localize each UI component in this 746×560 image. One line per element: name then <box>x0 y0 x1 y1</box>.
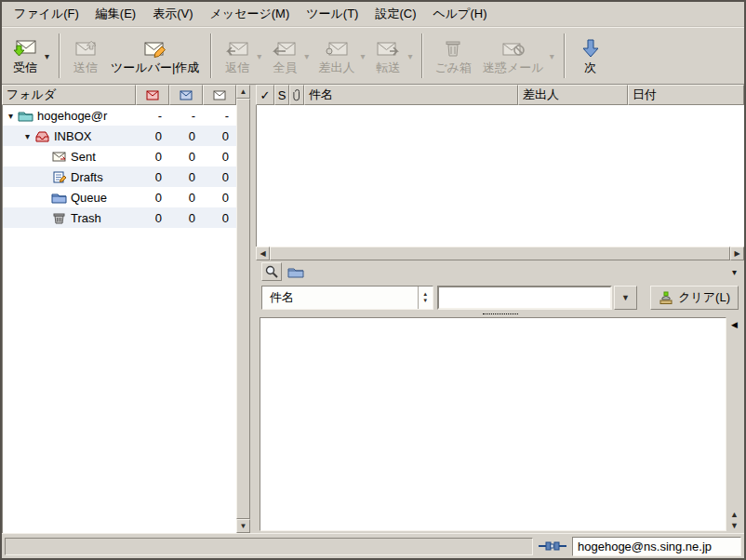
send-button[interactable]: 送信 <box>66 30 105 82</box>
menu-message[interactable]: メッセージ(M) <box>202 2 299 26</box>
reply-all-dropdown-arrow[interactable]: ▾ <box>304 51 313 61</box>
total-count: 0 <box>203 211 236 225</box>
menu-edit[interactable]: 編集(E) <box>87 2 144 26</box>
receive-dropdown-arrow[interactable]: ▾ <box>45 51 53 61</box>
scrollbar-thumb[interactable] <box>236 99 250 519</box>
forward-icon <box>376 38 400 59</box>
reply-all-button[interactable]: 全員 <box>265 30 304 82</box>
receive-label: 受信 <box>13 61 37 74</box>
folder-name: hogehoge@r <box>37 109 107 123</box>
date-column-header[interactable]: 日付 <box>628 85 744 105</box>
message-scroll-down-button[interactable]: ▼ <box>730 521 739 530</box>
folder-pane-header: フォルダ <box>2 85 236 105</box>
from-column-header[interactable]: 差出人 <box>518 85 628 105</box>
mark-column-header[interactable]: ✓ <box>256 85 274 105</box>
toolbar-separator <box>59 33 60 78</box>
toolbar-separator <box>421 33 423 78</box>
reply-dropdown-arrow[interactable]: ▾ <box>257 51 265 61</box>
clear-button[interactable]: クリア(L) <box>650 286 739 310</box>
folder-row-account[interactable]: ▾ hogehoge@r - - - <box>3 105 236 126</box>
compose-button[interactable]: ツールバー|作成 <box>105 30 205 82</box>
tree-expander-icon[interactable]: ▾ <box>21 131 33 141</box>
menu-settings[interactable]: 設定(C) <box>366 2 424 26</box>
search-field-selector[interactable]: 件名 ▲ ▼ <box>261 286 433 310</box>
reply-all-label: 全員 <box>273 61 297 74</box>
receive-button[interactable]: 受信 <box>6 30 45 82</box>
scrollbar-thumb[interactable] <box>270 247 730 260</box>
reply-button[interactable]: 返信 <box>218 30 257 82</box>
scroll-left-button[interactable]: ◀ <box>256 247 270 260</box>
scroll-up-button[interactable]: ▲ <box>236 85 250 99</box>
unread-mail-icon <box>180 90 193 100</box>
message-scroll-up-button[interactable]: ▲ <box>730 510 739 519</box>
current-account-selector[interactable]: hogehoge@ns.sing.ne.jp <box>572 537 741 556</box>
sent-folder-icon <box>51 151 67 163</box>
search-button[interactable] <box>261 262 282 281</box>
scroll-down-button[interactable]: ▼ <box>236 519 250 533</box>
forward-button[interactable]: 転送 <box>368 30 407 82</box>
reply-sender-dropdown-arrow[interactable]: ▾ <box>360 51 368 61</box>
menu-view[interactable]: 表示(V) <box>144 2 201 26</box>
forward-label: 転送 <box>376 61 400 74</box>
send-mail-icon <box>73 38 98 59</box>
folder-pane: フォルダ ▾ hogehoge@r - <box>2 85 236 533</box>
quickbar-menu-arrow[interactable]: ▾ <box>732 267 739 277</box>
subject-column-header[interactable]: 件名 <box>304 85 518 105</box>
total-mail-column-header[interactable] <box>203 85 236 105</box>
attachment-column-header[interactable] <box>289 85 304 105</box>
message-list[interactable] <box>256 105 744 247</box>
clear-stamp-icon <box>659 291 673 305</box>
search-history-dropdown[interactable]: ▼ <box>614 286 638 310</box>
folder-name: INBOX <box>54 129 91 143</box>
combo-stepper-icon[interactable]: ▲ ▼ <box>418 287 433 309</box>
compose-label: ツールバー|作成 <box>111 61 199 74</box>
unread-count: - <box>169 109 203 123</box>
folder-row-sent[interactable]: Sent 0 0 0 <box>3 146 236 167</box>
junk-dropdown-arrow[interactable]: ▾ <box>550 51 558 61</box>
toolbar-separator <box>564 33 566 78</box>
folder-row-drafts[interactable]: Drafts 0 0 0 <box>3 167 236 187</box>
next-button[interactable]: 次 <box>571 30 610 82</box>
menu-help[interactable]: ヘルプ(H) <box>425 2 496 26</box>
message-view[interactable] <box>260 317 726 531</box>
folder-tree: ▾ hogehoge@r - - - ▾ INBOX 0 0 <box>2 105 236 533</box>
message-list-hscrollbar[interactable]: ◀ ▶ <box>256 247 744 260</box>
unread-count: 0 <box>169 170 203 184</box>
reply-sender-label: 差出人 <box>318 61 354 74</box>
toolbar-separator <box>210 33 212 78</box>
reply-sender-button[interactable]: 差出人 <box>313 30 360 82</box>
unread-mail-column-header[interactable] <box>169 85 203 105</box>
status-column-header[interactable]: S <box>274 85 289 105</box>
menu-tools[interactable]: ツール(T) <box>298 2 366 26</box>
junk-label: 迷惑メール <box>483 61 544 74</box>
folder-name: Queue <box>71 191 107 205</box>
menu-file[interactable]: ファイル(F) <box>6 2 87 26</box>
junk-mail-icon <box>501 38 526 59</box>
total-count: 0 <box>203 191 236 205</box>
search-folder-icon[interactable] <box>286 266 306 278</box>
search-icon <box>265 265 278 278</box>
folder-row-inbox[interactable]: ▾ INBOX 0 0 0 <box>3 126 236 146</box>
message-view-side-column: ◀ ▲ ▼ <box>726 317 742 531</box>
junk-button[interactable]: 迷惑メール <box>477 30 550 82</box>
new-count: 0 <box>136 129 169 143</box>
folder-name: Sent <box>71 150 96 164</box>
toolbar: 受信 ▾ 送信 ツールバー|作成 返信 ▾ <box>2 27 744 85</box>
search-input[interactable] <box>437 286 612 310</box>
folder-column-header[interactable]: フォルダ <box>2 85 136 105</box>
trash-button[interactable]: ごみ箱 <box>429 30 477 82</box>
compose-icon <box>143 38 167 59</box>
folder-row-trash[interactable]: Trash 0 0 0 <box>3 207 236 228</box>
new-mail-column-header[interactable] <box>136 85 169 105</box>
folder-pane-scrollbar[interactable]: ▲ ▼ <box>236 85 250 533</box>
focus-indicator <box>483 313 518 314</box>
reply-icon <box>225 38 249 59</box>
online-status-icon[interactable] <box>538 540 567 553</box>
total-count: 0 <box>203 150 236 164</box>
folder-row-queue[interactable]: Queue 0 0 0 <box>3 187 236 207</box>
unread-count: 0 <box>169 129 203 143</box>
mime-view-collapse-arrow[interactable]: ◀ <box>731 320 738 329</box>
tree-expander-icon[interactable]: ▾ <box>5 111 17 121</box>
forward-dropdown-arrow[interactable]: ▾ <box>407 51 416 61</box>
scroll-right-button[interactable]: ▶ <box>730 247 744 260</box>
